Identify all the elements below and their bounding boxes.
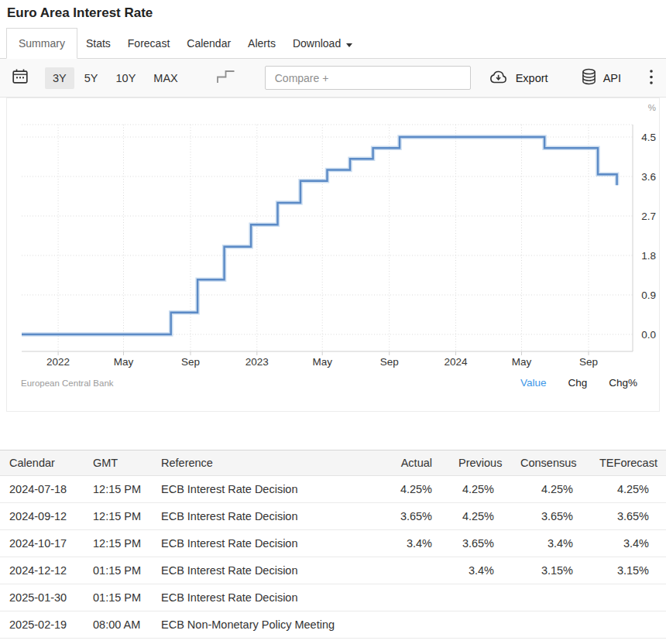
tab-bar: SummaryStatsForecastCalendarAlertsDownlo… xyxy=(0,27,666,59)
api-button[interactable]: API xyxy=(578,65,624,91)
display-mode-chg[interactable]: Chg xyxy=(568,377,587,389)
cell-teforecast xyxy=(590,611,666,639)
step-chart-type-button[interactable] xyxy=(211,65,240,91)
range-button-5y[interactable]: 5Y xyxy=(77,67,106,89)
cell-teforecast xyxy=(590,584,666,611)
compare-input[interactable] xyxy=(265,66,471,90)
column-header-actual: Actual xyxy=(386,450,449,476)
interest-rate-chart[interactable]: 0.00.91.82.73.64.52022MaySep2023MaySep20… xyxy=(7,98,659,371)
tab-calendar[interactable]: Calendar xyxy=(178,29,239,58)
column-header-teforecast: TEForecast xyxy=(590,450,666,476)
svg-text:Sep: Sep xyxy=(579,356,598,368)
display-mode-value[interactable]: Value xyxy=(520,377,547,389)
cell-consensus: 3.15% xyxy=(511,557,590,584)
database-icon xyxy=(581,68,597,87)
table-header-row: CalendarGMTReferenceActualPreviousConsen… xyxy=(0,450,666,476)
cell-consensus: 3.65% xyxy=(511,503,590,530)
svg-text:0.0: 0.0 xyxy=(641,329,656,341)
cell-calendar: 2024-10-17 xyxy=(0,530,84,557)
table-row[interactable]: 2024-12-1201:15 PMECB Interest Rate Deci… xyxy=(0,557,666,584)
tab-alerts[interactable]: Alerts xyxy=(239,29,284,58)
svg-text:0.9: 0.9 xyxy=(641,289,656,301)
chart-toolbar: 3Y5Y10YMAX Export xyxy=(0,59,666,98)
display-mode-links: ValueChgChg% xyxy=(520,377,645,389)
cell-gmt: 12:15 PM xyxy=(84,503,152,530)
svg-text:Sep: Sep xyxy=(380,356,399,368)
cell-teforecast: 3.15% xyxy=(590,557,666,584)
cell-gmt: 01:15 PM xyxy=(84,557,152,584)
cell-actual: 3.65% xyxy=(386,503,449,530)
cell-gmt: 12:15 PM xyxy=(84,476,152,503)
cell-calendar: 2025-02-19 xyxy=(0,611,84,639)
range-button-max[interactable]: MAX xyxy=(146,67,185,89)
export-button[interactable]: Export xyxy=(485,66,551,90)
cell-calendar: 2024-09-12 xyxy=(0,503,84,530)
cell-teforecast: 3.65% xyxy=(590,503,666,530)
table-row[interactable]: 2024-09-1212:15 PMECB Interest Rate Deci… xyxy=(0,503,666,530)
svg-text:May: May xyxy=(312,356,332,368)
cell-actual xyxy=(386,584,449,611)
svg-text:2.7: 2.7 xyxy=(641,211,656,222)
calendar-table: CalendarGMTReferenceActualPreviousConsen… xyxy=(0,450,666,639)
column-header-calendar: Calendar xyxy=(0,450,84,476)
cell-previous: 3.65% xyxy=(449,530,511,557)
cell-gmt: 12:15 PM xyxy=(84,530,152,557)
export-label: Export xyxy=(516,72,548,84)
cell-reference: ECB Interest Rate Decision xyxy=(152,503,386,530)
svg-text:2023: 2023 xyxy=(245,356,269,368)
cell-consensus xyxy=(511,611,590,639)
cell-calendar: 2025-01-30 xyxy=(0,584,84,611)
column-header-reference: Reference xyxy=(152,450,386,476)
cell-reference: ECB Interest Rate Decision xyxy=(152,476,386,503)
tab-stats[interactable]: Stats xyxy=(77,29,119,58)
cell-consensus xyxy=(511,584,590,611)
svg-text:May: May xyxy=(114,356,134,368)
column-header-previous: Previous xyxy=(449,450,511,476)
cell-reference: ECB Interest Rate Decision xyxy=(152,584,386,611)
column-header-gmt: GMT xyxy=(84,450,152,476)
table-row[interactable]: 2024-07-1812:15 PMECB Interest Rate Deci… xyxy=(0,476,666,503)
cell-actual xyxy=(386,611,449,639)
svg-text:4.5: 4.5 xyxy=(641,132,656,143)
api-label: API xyxy=(603,72,621,84)
display-mode-chg-pct[interactable]: Chg% xyxy=(609,377,637,389)
cell-actual: 3.4% xyxy=(386,530,449,557)
cell-consensus: 3.4% xyxy=(511,530,590,557)
svg-text:2022: 2022 xyxy=(46,356,70,368)
table-row[interactable]: 2025-01-3001:15 PMECB Interest Rate Deci… xyxy=(0,584,666,611)
svg-text:2024: 2024 xyxy=(444,356,468,368)
range-button-3y[interactable]: 3Y xyxy=(45,67,74,89)
more-options-button[interactable] xyxy=(644,67,658,89)
cloud-download-icon xyxy=(488,69,510,87)
cell-gmt: 08:00 AM xyxy=(84,611,152,639)
step-line-icon xyxy=(215,68,237,87)
range-button-10y[interactable]: 10Y xyxy=(108,67,144,89)
tab-download[interactable]: Download xyxy=(284,29,361,58)
cell-previous xyxy=(449,584,511,611)
tab-forecast[interactable]: Forecast xyxy=(119,29,178,58)
cell-calendar: 2024-12-12 xyxy=(0,557,84,584)
cell-reference: ECB Non-Monetary Policy Meeting xyxy=(152,611,386,639)
tab-summary[interactable]: Summary xyxy=(6,28,77,59)
cell-calendar: 2024-07-18 xyxy=(0,476,84,503)
cell-teforecast: 3.4% xyxy=(590,530,666,557)
calendar-icon xyxy=(11,68,29,87)
svg-text:%: % xyxy=(648,103,656,112)
cell-previous: 3.4% xyxy=(449,557,511,584)
table-row[interactable]: 2024-10-1712:15 PMECB Interest Rate Deci… xyxy=(0,530,666,557)
table-row[interactable]: 2025-02-1908:00 AMECB Non-Monetary Polic… xyxy=(0,611,666,639)
date-range-calendar-button[interactable] xyxy=(8,65,33,91)
kebab-menu-icon xyxy=(649,69,654,87)
svg-text:3.6: 3.6 xyxy=(641,171,656,183)
svg-text:1.8: 1.8 xyxy=(641,250,656,262)
cell-previous xyxy=(449,611,511,639)
cell-reference: ECB Interest Rate Decision xyxy=(152,530,386,557)
column-header-consensus: Consensus xyxy=(511,450,590,476)
svg-text:May: May xyxy=(512,356,532,368)
cell-consensus: 4.25% xyxy=(511,476,590,503)
cell-actual: 4.25% xyxy=(386,476,449,503)
svg-text:Sep: Sep xyxy=(181,356,200,368)
cell-teforecast: 4.25% xyxy=(590,476,666,503)
cell-reference: ECB Interest Rate Decision xyxy=(152,557,386,584)
page-title: Euro Area Interest Rate xyxy=(7,5,666,21)
